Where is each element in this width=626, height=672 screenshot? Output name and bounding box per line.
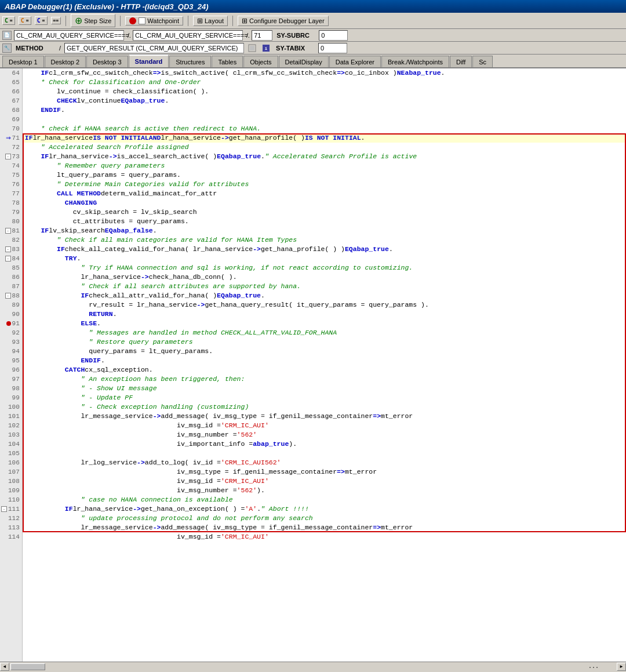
line-num-text: 103	[8, 430, 20, 439]
line-number-113: 113	[0, 523, 22, 532]
tab-breakwatchpoints[interactable]: Break./Watchpoints	[381, 56, 449, 67]
layout-label: Layout	[205, 17, 224, 24]
code-line-114: iv_msg_id = 'CRM_IC_AUI'	[23, 532, 626, 542]
line-number-99: 99	[0, 393, 22, 402]
step-size-btn[interactable]: ⊕ Step Size	[71, 14, 115, 27]
code-line-66: lv_continue = check_classification( ).	[23, 87, 626, 96]
addr-sy-tabix-label: SY-TABIX	[274, 43, 316, 53]
code-content[interactable]: IF cl_crm_sfw_cc_switch_check=>is_switch…	[23, 68, 626, 662]
toolbar-sep4	[232, 16, 233, 26]
code-line-96: CATCH cx_sql_exception.	[23, 365, 626, 375]
line-num-text: 105	[8, 449, 20, 458]
addr-sy-subrc-value[interactable]: 0	[319, 30, 348, 41]
line-numbers: 64656667686970⇒7172-7374757677787980-818…	[0, 68, 23, 662]
line-number-105: 105	[0, 449, 22, 458]
line-num-text: 74	[12, 161, 20, 170]
scroll-left-btn[interactable]: ◄	[0, 663, 9, 671]
code-line-81: IF lv_skip_search EQ abap_false.	[23, 226, 626, 235]
toolbar: C≡ C≡ C≡ ≡≡ ⊕ Step Size Watchpoint ⊞ Lay…	[0, 13, 626, 29]
addr-sep1: /	[126, 32, 130, 39]
svg-text:i: i	[265, 46, 268, 51]
line-num-text: 110	[8, 495, 20, 504]
tab-desktop2[interactable]: Desktop 2	[45, 56, 86, 67]
line-number-89: 89	[0, 300, 22, 310]
tab-detaildisplay[interactable]: DetailDisplay	[279, 56, 329, 67]
code-line-113: lr_message_service->add_message( iv_msg_…	[23, 523, 626, 532]
fold-icon[interactable]: -	[5, 154, 11, 159]
fold-icon[interactable]: -	[1, 506, 7, 512]
line-number-103: 103	[0, 430, 22, 439]
fold-icon[interactable]: -	[5, 293, 11, 299]
code-line-86: lr_hana_service->check_hana_db_conn( ).	[23, 273, 626, 282]
watchpoint-btn[interactable]: Watchpoint	[125, 16, 183, 26]
addr-method-name[interactable]: GET_QUERY_RESULT (CL_CRM_AUI_QUERY_SERVI…	[64, 43, 244, 53]
toolbar-icon-btn3[interactable]: C≡	[35, 16, 48, 25]
line-num-text: 71	[12, 133, 20, 143]
toolbar-icon-btn2[interactable]: C≡	[19, 16, 31, 25]
line-num-text: 107	[8, 467, 20, 477]
toolbar-sep1	[65, 16, 66, 26]
tab-standard[interactable]: Standard	[129, 55, 169, 67]
code-line-88: IF check_all_attr_valid_for_hana( ) EQ a…	[23, 291, 626, 300]
code-line-100: " - Check exception handling (customizin…	[23, 402, 626, 412]
code-line-103: iv_msg_number = '562'	[23, 430, 626, 439]
line-num-text: 80	[12, 217, 20, 226]
code-line-104: iv_important_info = abap_true ).	[23, 439, 626, 449]
line-num-text: 97	[12, 375, 20, 384]
code-line-108: iv_msg_id = 'CRM_IC_AUI'	[23, 477, 626, 486]
line-num-text: 93	[12, 337, 20, 347]
line-number-76: 76	[0, 180, 22, 189]
code-line-109: iv_msg_number = '562' ).	[23, 486, 626, 495]
tab-desktop1[interactable]: Desktop 1	[2, 56, 44, 67]
line-number-106: 106	[0, 458, 22, 467]
line-number-64: 64	[0, 68, 22, 78]
line-number-87: 87	[0, 282, 22, 291]
line-number-112: 112	[0, 514, 22, 523]
code-line-76: " Determine Main Categories valid for at…	[23, 180, 626, 189]
line-number-92: 92	[0, 328, 22, 337]
addr-sy-tabix-value[interactable]: 0	[318, 43, 347, 53]
line-number-81: -81	[0, 226, 22, 235]
code-line-73: IF lr_hana_service->is_accel_search_acti…	[23, 152, 626, 161]
layout-btn[interactable]: ⊞ Layout	[193, 16, 228, 26]
addr-path2[interactable]: CL_CRM_AUI_QUERY_SERVICE====.	[133, 30, 243, 41]
line-number-74: 74	[0, 161, 22, 170]
toolbar-sep2	[120, 16, 121, 26]
scroll-right-btn[interactable]: ►	[617, 663, 626, 671]
line-number-110: 110	[0, 495, 22, 504]
line-number-65: 65	[0, 78, 22, 87]
addr-linenum[interactable]: 71	[252, 30, 272, 41]
addr-icon-1: 📄	[2, 31, 12, 40]
scroll-thumb[interactable]	[10, 663, 45, 670]
code-line-64: IF cl_crm_sfw_cc_switch_check=>is_switch…	[23, 68, 626, 78]
fold-icon[interactable]: -	[5, 228, 11, 234]
tab-sc[interactable]: Sc	[472, 56, 493, 67]
toolbar-icon-btn4[interactable]: ≡≡	[51, 17, 61, 24]
code-area: 64656667686970⇒7172-7374757677787980-818…	[0, 68, 626, 662]
code-line-105	[23, 449, 626, 458]
tab-structures[interactable]: Structures	[169, 56, 211, 67]
tab-dataexplorer[interactable]: Data Explorer	[329, 56, 381, 67]
code-line-80: ct_attributes = query_params.	[23, 217, 626, 226]
tab-objects[interactable]: Objects	[243, 56, 278, 67]
tab-desktop3[interactable]: Desktop 3	[86, 56, 128, 67]
line-num-text: 89	[12, 300, 20, 310]
code-line-92: " Messages are handled in method CHECK_A…	[23, 328, 626, 337]
horizontal-scrollbar[interactable]: ◄ ... ►	[0, 662, 626, 671]
line-number-78: 78	[0, 198, 22, 208]
fold-icon[interactable]: -	[5, 256, 11, 261]
line-num-text: 66	[12, 87, 20, 96]
configure-btn[interactable]: ⊞ Configure Debugger Layer	[238, 16, 329, 26]
code-line-72: " Accelerated Search Profile assigned	[23, 143, 626, 152]
addr-path1[interactable]: CL_CRM_AUI_QUERY_SERVICE====.	[14, 30, 124, 41]
fold-icon[interactable]: -	[5, 246, 11, 252]
line-num-text: 111	[8, 504, 20, 514]
line-number-86: 86	[0, 273, 22, 282]
tab-diff[interactable]: Diff	[450, 56, 472, 67]
code-line-97: " An exceptioon has been triggered, then…	[23, 375, 626, 384]
line-num-text: 96	[12, 365, 20, 375]
line-num-text: 100	[8, 402, 20, 412]
tab-tables[interactable]: Tables	[212, 56, 243, 67]
toolbar-icon-btn1[interactable]: C≡	[2, 16, 15, 25]
line-number-107: 107	[0, 467, 22, 477]
